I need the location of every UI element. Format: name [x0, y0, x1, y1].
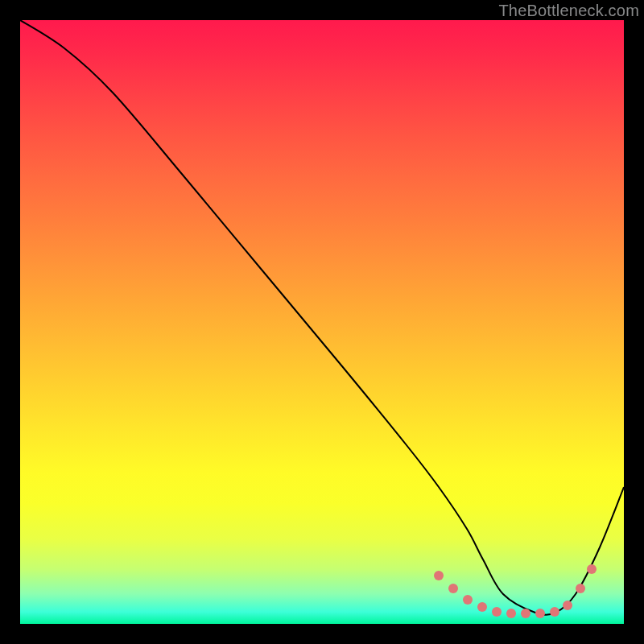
bottleneck-curve: [20, 20, 624, 615]
marker-dot: [587, 564, 597, 574]
watermark-text: TheBottleneck.com: [498, 2, 639, 20]
curve-markers: [434, 564, 597, 618]
marker-dot: [506, 609, 516, 618]
marker-dot: [563, 601, 572, 610]
marker-dot: [576, 584, 585, 593]
marker-dot: [434, 571, 444, 580]
gradient-plot-area: [20, 20, 624, 624]
main-curve: [20, 20, 624, 615]
marker-dot: [448, 584, 458, 593]
marker-dot: [535, 609, 545, 618]
marker-dot: [492, 607, 502, 617]
marker-dot: [463, 595, 473, 605]
curve-svg: [20, 20, 624, 624]
marker-dot: [477, 602, 487, 612]
marker-dot: [550, 607, 559, 617]
marker-dot: [521, 609, 530, 618]
